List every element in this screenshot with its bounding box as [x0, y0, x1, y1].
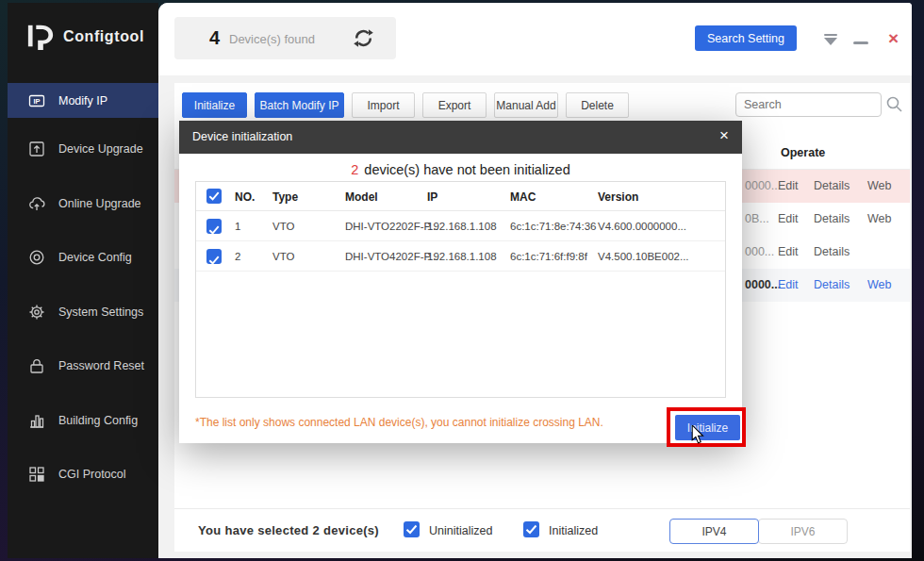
lock-icon	[28, 357, 45, 374]
version-fragment: 0B...	[745, 203, 769, 236]
main-area: 4 Device(s) found Search Setting ×	[158, 3, 912, 558]
cell-version: V4.600.0000000...	[598, 211, 686, 241]
sidebar-item-label: Online Upgrade	[58, 197, 141, 210]
delete-button[interactable]: Delete	[566, 92, 629, 118]
initialized-label: Initialized	[549, 524, 598, 537]
version-fragment: 000...	[745, 236, 774, 269]
initialized-checkbox[interactable]	[523, 521, 539, 537]
sidebar-item-device-upgrade[interactable]: Device Upgrade	[8, 131, 158, 166]
edit-link[interactable]: Edit	[778, 203, 799, 236]
col-model: Model	[345, 190, 378, 204]
check-icon	[206, 253, 222, 268]
headline-text: device(s) have not been initialized	[364, 162, 569, 177]
sidebar-item-label: CGI Protocol	[58, 468, 126, 481]
sidebar-item-label: Device Upgrade	[58, 142, 143, 156]
row-checkbox[interactable]	[206, 249, 222, 264]
cell-mac: 6c:1c:71:8e:74:36	[510, 211, 596, 241]
dialog-initialize-button[interactable]: Initialize	[675, 415, 740, 440]
check-icon	[206, 189, 222, 204]
details-link[interactable]: Details	[814, 203, 850, 236]
check-icon	[404, 521, 420, 537]
batch-modify-ip-button[interactable]: Batch Modify IP	[255, 92, 344, 118]
sidebar-item-online-upgrade[interactable]: Online Upgrade	[8, 186, 158, 221]
manual-add-button[interactable]: Manual Add	[494, 92, 558, 118]
details-link[interactable]: Details	[814, 170, 850, 203]
dialog-close-icon[interactable]: ×	[719, 127, 729, 143]
initialize-button[interactable]: Initialize	[182, 92, 247, 118]
operate-column-header: Operate	[781, 146, 825, 159]
export-button[interactable]: Export	[422, 92, 487, 118]
topbar: 4 Device(s) found Search Setting ×	[158, 3, 912, 75]
app-title: Configtool	[63, 28, 144, 45]
svg-text:IP: IP	[33, 97, 40, 106]
search-input[interactable]	[735, 92, 882, 117]
cell-mac: 6c:1c:71:6f:f9:8f	[510, 241, 587, 272]
details-link[interactable]: Details	[814, 236, 850, 269]
sidebar-item-modify-ip[interactable]: IP Modify IP	[8, 83, 158, 118]
web-link[interactable]: Web	[867, 269, 891, 302]
cell-type: VTO	[272, 211, 294, 241]
lan-warning-note: *The list only shows connected LAN devic…	[195, 416, 603, 429]
sidebar: Configtool IP Modify IP Device Upgrade O…	[8, 3, 158, 558]
sidebar-item-label: Modify IP	[58, 94, 107, 107]
import-button[interactable]: Import	[352, 92, 415, 118]
modify-ip-icon: IP	[28, 92, 45, 109]
check-icon	[523, 521, 539, 537]
ipv4-toggle[interactable]: IPV4	[669, 519, 759, 544]
dialog-header[interactable]: Device initialization ×	[179, 121, 742, 154]
search-setting-button[interactable]: Search Setting	[695, 25, 797, 51]
close-icon[interactable]: ×	[888, 29, 899, 47]
cell-ip: 192.168.1.108	[427, 211, 497, 241]
collapse-window-icon[interactable]	[823, 34, 838, 45]
cell-no: 1	[235, 211, 240, 241]
toolbar: Initialize Batch Modify IP Import Export…	[182, 92, 629, 118]
device-count: 4	[209, 27, 220, 49]
online-upgrade-icon	[28, 195, 45, 212]
app-window: Configtool IP Modify IP Device Upgrade O…	[8, 3, 912, 558]
uninitialized-checkbox[interactable]	[404, 521, 420, 537]
sidebar-item-cgi-protocol[interactable]: CGI Protocol	[8, 456, 158, 491]
sidebar-item-device-config[interactable]: Device Config	[8, 239, 158, 274]
cgi-protocol-icon	[28, 466, 45, 483]
system-settings-icon	[28, 304, 45, 321]
cell-model: DHI-VTO4202F-P...	[345, 241, 438, 272]
cell-type: VTO	[272, 241, 294, 272]
check-icon	[206, 223, 222, 238]
mouse-cursor	[691, 425, 705, 449]
dialog-table-header: NO. Type Model IP MAC Version	[196, 182, 725, 211]
dialog-table: NO. Type Model IP MAC Version 1 VTO DHI-…	[195, 181, 726, 398]
sidebar-item-building-config[interactable]: Building Config	[8, 403, 158, 437]
sidebar-item-password-reset[interactable]: Password Reset	[8, 348, 158, 383]
dahua-logo-icon	[26, 20, 55, 54]
dialog-table-row[interactable]: 2 VTO DHI-VTO4202F-P... 192.168.1.108 6c…	[196, 241, 725, 272]
web-link[interactable]: Web	[867, 170, 891, 203]
row-checkbox[interactable]	[206, 219, 222, 234]
minimize-icon[interactable]	[853, 41, 868, 44]
ipv6-toggle[interactable]: IPV6	[758, 519, 848, 544]
edit-link[interactable]: Edit	[778, 236, 799, 269]
refresh-icon[interactable]	[352, 26, 375, 54]
cell-no: 2	[235, 241, 240, 272]
col-no: NO.	[235, 190, 255, 204]
selected-count-text: You have selected 2 device(s)	[198, 523, 379, 537]
col-type: Type	[272, 190, 298, 204]
search-icon[interactable]	[885, 95, 904, 118]
edit-link[interactable]: Edit	[778, 170, 799, 203]
device-found-label: Device(s) found	[229, 32, 315, 46]
dialog-headline: 2device(s) have not been initialized	[179, 162, 742, 177]
edit-link[interactable]: Edit	[778, 269, 799, 302]
selection-footer: You have selected 2 device(s) Uninitiali…	[174, 508, 910, 552]
uninitialized-label: Uninitialized	[429, 524, 492, 537]
sidebar-item-label: System Settings	[58, 305, 143, 319]
web-link[interactable]: Web	[867, 203, 891, 236]
select-all-checkbox[interactable]	[206, 189, 222, 204]
sidebar-item-system-settings[interactable]: System Settings	[8, 294, 158, 329]
sidebar-item-label: Password Reset	[58, 359, 144, 372]
version-fragment: 0000...	[745, 269, 781, 302]
app-logo: Configtool	[26, 20, 144, 54]
dialog-table-row[interactable]: 1 VTO DHI-VTO2202F-P... 192.168.1.108 6c…	[196, 211, 725, 241]
sidebar-item-label: Building Config	[58, 414, 138, 427]
details-link[interactable]: Details	[814, 269, 850, 302]
col-ip: IP	[427, 190, 437, 204]
col-mac: MAC	[510, 190, 536, 204]
